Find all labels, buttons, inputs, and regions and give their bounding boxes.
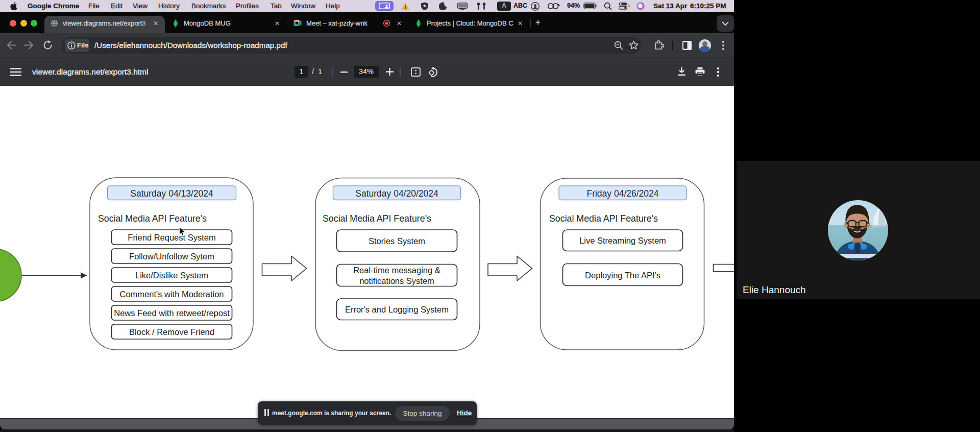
svg-text:Stories System: Stories System [369, 236, 425, 246]
svg-text:Comment's with Moderation: Comment's with Moderation [120, 290, 224, 299]
svg-text:Social Media API Feature's: Social Media API Feature's [98, 213, 207, 224]
svg-text:News Feed with retweet/repost: News Feed with retweet/repost [114, 308, 230, 318]
svg-text:Saturday 04/13/2024: Saturday 04/13/2024 [130, 188, 213, 199]
svg-text:Deploying The API's: Deploying The API's [585, 271, 660, 280]
svg-text:Saturday 04/20/2024: Saturday 04/20/2024 [355, 188, 438, 199]
svg-text:Real-time messaging &: Real-time messaging & [353, 266, 440, 275]
svg-text:Follow/Unfollow Sytem: Follow/Unfollow Sytem [129, 252, 214, 261]
svg-text:Like/Dislike System: Like/Dislike System [135, 271, 208, 280]
svg-text:Friend Request System: Friend Request System [128, 233, 215, 242]
svg-text:Social Media API Feature's: Social Media API Feature's [323, 213, 431, 224]
svg-text:Social Media API Feature's: Social Media API Feature's [549, 213, 658, 224]
svg-text:Block / Remove Friend: Block / Remove Friend [129, 327, 214, 337]
svg-text:Live Streaming System: Live Streaming System [579, 236, 666, 245]
svg-text:Error's and Logging System: Error's and Logging System [345, 305, 449, 314]
svg-text:notifications System: notifications System [359, 276, 434, 285]
svg-text:Friday 04/26/2024: Friday 04/26/2024 [586, 188, 658, 199]
